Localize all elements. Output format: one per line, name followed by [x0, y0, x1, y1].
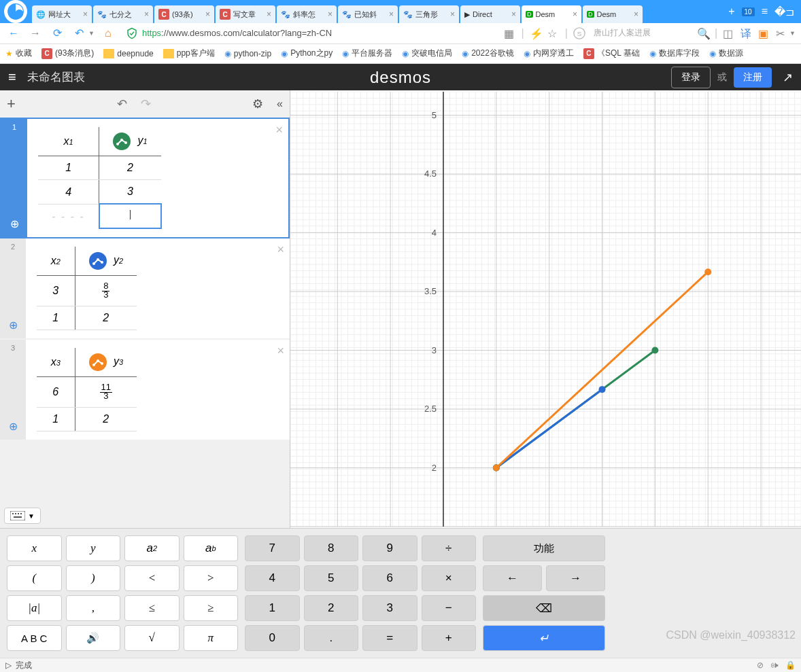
keypad-key[interactable]: 5: [304, 565, 359, 591]
series-icon[interactable]: [116, 136, 127, 147]
keypad-key[interactable]: 1: [245, 595, 300, 621]
bookmark-item[interactable]: deepnude: [103, 49, 153, 58]
keypad-key[interactable]: a2: [124, 535, 180, 561]
sogou-icon[interactable]: S: [573, 27, 585, 39]
data-table[interactable]: x1 y11243- - - -: [38, 127, 162, 229]
status-ico1[interactable]: ⊘: [757, 660, 764, 670]
browser-tab[interactable]: C(93条)×: [154, 5, 214, 23]
close-icon[interactable]: ×: [205, 10, 210, 19]
keypad-key[interactable]: y: [66, 535, 121, 561]
keypad-key[interactable]: 8: [304, 535, 359, 561]
keypad-key[interactable]: A B C: [7, 625, 62, 651]
keypad-key[interactable]: ÷: [422, 535, 477, 561]
signup-button[interactable]: 注册: [734, 67, 772, 88]
status-ico3[interactable]: 🔒: [785, 660, 796, 670]
keypad-key[interactable]: ): [66, 565, 121, 591]
browser-tab[interactable]: C写文章×: [216, 5, 275, 23]
browser-tab[interactable]: 🌐网址大×: [32, 5, 92, 23]
graph-canvas[interactable]: 22.533.544.55: [290, 90, 801, 528]
keypad-key[interactable]: π: [184, 625, 239, 651]
bookmark-item[interactable]: C(93条消息): [41, 48, 94, 59]
home-button[interactable]: ⌂: [100, 25, 116, 41]
browser-tab[interactable]: 🐾三角形×: [399, 5, 459, 23]
status-ico2[interactable]: 🕪: [770, 660, 779, 670]
zoom-fit-icon[interactable]: ⊕: [10, 217, 19, 230]
zoom-fit-icon[interactable]: ⊕: [9, 420, 18, 433]
dropdown-icon[interactable]: ▼: [88, 30, 95, 37]
data-table[interactable]: x2 y238312: [37, 247, 137, 330]
keypad-key[interactable]: →: [546, 565, 605, 591]
keypad-key[interactable]: |a|: [7, 595, 62, 621]
bookmark-item[interactable]: ◉平台服务器: [342, 48, 392, 59]
new-tab-icon[interactable]: +: [728, 5, 734, 18]
keypad-key[interactable]: <: [124, 565, 180, 591]
ext1-icon[interactable]: ◫: [723, 27, 735, 39]
backspace-key[interactable]: ⌫: [483, 595, 605, 621]
browser-tab[interactable]: 🐾斜率怎×: [277, 5, 337, 23]
bookmark-item[interactable]: ◉突破电信局: [402, 48, 452, 59]
keypad-key[interactable]: 🔊: [66, 625, 121, 651]
bookmark-item[interactable]: ◉数据库字段: [649, 48, 700, 59]
browser-tab[interactable]: ▶Direct×: [460, 5, 520, 23]
undo-nav-button[interactable]: ↶: [71, 25, 87, 41]
close-icon[interactable]: ×: [277, 243, 284, 257]
share-icon[interactable]: ↗: [783, 70, 793, 85]
close-icon[interactable]: ×: [573, 10, 577, 19]
browser-tab[interactable]: DDesm×: [583, 5, 643, 23]
close-icon[interactable]: ×: [328, 10, 333, 19]
close-icon[interactable]: ×: [267, 10, 271, 19]
scissors-icon[interactable]: ✂: [776, 27, 788, 39]
keypad-key[interactable]: 7: [245, 535, 300, 561]
expression-item[interactable]: 1⊕x1 y11243- - - -×: [0, 118, 290, 238]
keypad-key[interactable]: ab: [184, 535, 239, 561]
keypad-key[interactable]: x: [7, 535, 62, 561]
close-icon[interactable]: ×: [511, 10, 516, 19]
keypad-key[interactable]: =: [362, 625, 417, 651]
bookmark-item[interactable]: ◉Python之py: [281, 48, 333, 59]
graph-title[interactable]: 未命名图表: [27, 69, 85, 85]
keypad-key[interactable]: ←: [483, 565, 542, 591]
collapse-icon[interactable]: «: [277, 98, 283, 110]
enter-key[interactable]: ↵: [483, 625, 605, 651]
browser-tab[interactable]: 🐾已知斜×: [338, 5, 398, 23]
menu-icon[interactable]: ≡: [8, 69, 16, 85]
keypad-key[interactable]: ,: [66, 595, 121, 621]
bookmark-item[interactable]: ppp客户端: [163, 48, 215, 59]
keypad-key[interactable]: 4: [245, 565, 300, 591]
ext2-icon[interactable]: ▣: [758, 27, 770, 39]
browser-logo[interactable]: [4, 0, 27, 23]
bookmark-item[interactable]: ◉2022谷歌镜: [462, 48, 514, 59]
keypad-key[interactable]: 6: [362, 565, 417, 591]
keypad-key[interactable]: ≤: [124, 595, 180, 621]
expression-item[interactable]: 3⊕x3 y3611312×: [0, 340, 290, 440]
star-icon[interactable]: ☆: [547, 27, 560, 39]
series-icon[interactable]: [92, 255, 103, 266]
series-icon[interactable]: [92, 357, 103, 368]
close-icon[interactable]: ×: [277, 344, 284, 358]
zoom-fit-icon[interactable]: ⊕: [9, 319, 18, 332]
keypad-key[interactable]: 0: [245, 625, 300, 651]
functions-button[interactable]: 功能: [483, 535, 605, 561]
search-icon[interactable]: 🔍: [697, 27, 709, 39]
keypad-key[interactable]: 3: [362, 595, 417, 621]
keypad-key[interactable]: +: [422, 625, 477, 651]
undo-button[interactable]: ↶: [117, 96, 127, 111]
keyboard-toggle[interactable]: ▼: [4, 508, 41, 524]
refresh-button[interactable]: ⟳: [49, 25, 65, 41]
bookmark-item[interactable]: ◉内网穿透工: [524, 48, 574, 59]
tab-count-badge[interactable]: 10: [742, 7, 755, 16]
menu-icon[interactable]: ≡: [762, 5, 768, 18]
translate-icon[interactable]: 译: [740, 27, 753, 39]
settings-icon[interactable]: ⚙: [252, 96, 263, 111]
close-icon[interactable]: ×: [144, 10, 149, 19]
keypad-key[interactable]: ×: [422, 565, 477, 591]
bookmark-item[interactable]: C《SQL 基础: [583, 48, 640, 59]
data-table[interactable]: x3 y3611312: [37, 348, 137, 431]
qr-icon[interactable]: ▦: [504, 27, 516, 39]
close-icon[interactable]: ×: [634, 10, 638, 19]
close-icon[interactable]: ×: [389, 10, 394, 19]
keypad-key[interactable]: √: [124, 625, 180, 651]
keypad-key[interactable]: (: [7, 565, 62, 591]
add-expression-button[interactable]: +: [7, 95, 16, 113]
browser-tab[interactable]: DDesm×: [522, 5, 581, 23]
